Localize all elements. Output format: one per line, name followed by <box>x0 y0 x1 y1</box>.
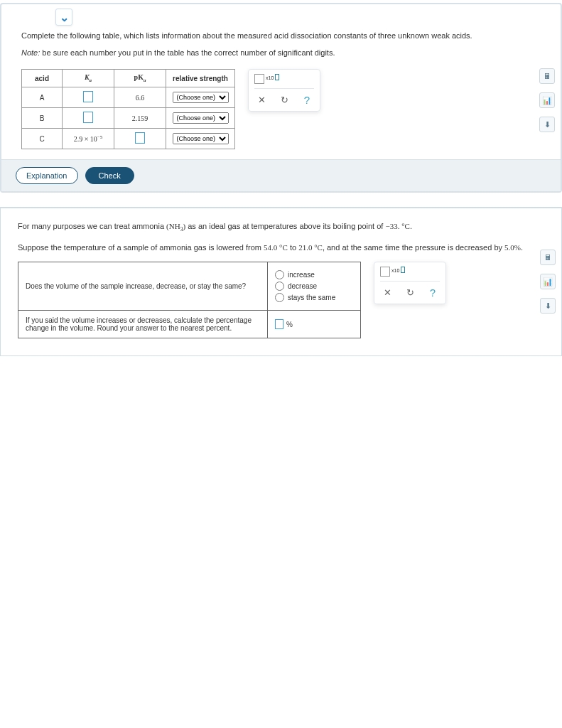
explanation-button[interactable]: Explanation <box>16 167 78 184</box>
radio-decrease[interactable]: decrease <box>275 282 353 291</box>
clear-button[interactable]: ✕ <box>380 285 394 299</box>
table-row: C 2.9 × 10−5 (Choose one) <box>22 129 235 149</box>
side-tool-column-2: 🖩 📊 ⬇ <box>540 250 556 314</box>
percent-label: % <box>286 321 293 328</box>
stats-icon[interactable]: 📊 <box>540 274 556 289</box>
th-ka: Ka <box>63 70 114 87</box>
problem2-line1: For many purposes we can treat ammonia (… <box>18 220 544 234</box>
clear-button[interactable]: ✕ <box>254 92 269 107</box>
th-pka: pKa <box>114 70 166 87</box>
problem2-line2: Suppose the temperature of a sample of a… <box>18 241 544 255</box>
relative-strength-select[interactable]: (Choose one) <box>173 92 229 103</box>
radio-increase[interactable]: increase <box>275 270 353 279</box>
input-toolbar: x10 ✕ ↻ ? <box>248 69 320 112</box>
q2-question1: Does the volume of the sample increase, … <box>18 262 268 311</box>
input-box[interactable] <box>83 91 93 102</box>
problem1-panel: ⌄ Complete the following table, which li… <box>0 3 562 193</box>
radio-same[interactable]: stays the same <box>275 293 353 302</box>
side-tool-column: 🖩 📊 ⬇ <box>539 68 555 132</box>
cell-pka: 2.159 <box>114 108 166 129</box>
download-icon[interactable]: ⬇ <box>540 298 556 314</box>
input-toolbar-2: x10 ✕ ↻ ? <box>374 262 446 304</box>
acid-table: acid Ka pKa relative strength A 6.6 ( <box>21 69 235 149</box>
calculator-icon[interactable]: 🖩 <box>540 250 556 265</box>
cell-ka: 2.9 × 10−5 <box>63 129 114 149</box>
undo-button[interactable]: ↻ <box>277 92 291 107</box>
th-acid: acid <box>22 70 63 87</box>
percent-input[interactable] <box>275 319 283 329</box>
table-row: A 6.6 (Choose one) <box>22 87 235 108</box>
cell-acid: A <box>22 87 63 108</box>
input-box[interactable] <box>83 112 93 123</box>
sci-notation-button[interactable]: x10 <box>380 267 405 277</box>
cell-ka-input[interactable] <box>63 87 114 108</box>
download-icon[interactable]: ⬇ <box>539 117 555 132</box>
cell-acid: B <box>22 108 63 129</box>
problem1-footer: Explanation Check <box>1 159 561 191</box>
table-row: B 2.159 (Choose one) <box>22 108 235 129</box>
cell-acid: C <box>22 129 63 149</box>
q2-question2: If you said the volume increases or decr… <box>18 311 268 338</box>
stats-icon[interactable]: 📊 <box>539 92 555 108</box>
cell-pka: 6.6 <box>114 87 166 108</box>
cell-pka-input[interactable] <box>114 129 166 149</box>
problem1-note: Note: be sure each number you put in the… <box>21 47 544 60</box>
th-rel: relative strength <box>166 70 235 87</box>
help-button[interactable]: ? <box>426 285 440 299</box>
problem1-prompt: Complete the following table, which list… <box>21 30 544 43</box>
undo-button[interactable]: ↻ <box>403 285 417 299</box>
check-button[interactable]: Check <box>85 167 134 184</box>
problem2-table: Does the volume of the sample increase, … <box>18 262 361 338</box>
calculator-icon[interactable]: 🖩 <box>539 68 555 84</box>
relative-strength-select[interactable]: (Choose one) <box>173 112 229 124</box>
sci-notation-button[interactable]: x10 <box>254 74 279 84</box>
input-box[interactable] <box>135 132 145 144</box>
problem2-panel: For many purposes we can treat ammonia (… <box>0 207 562 356</box>
cell-ka-input[interactable] <box>63 108 114 129</box>
relative-strength-select[interactable]: (Choose one) <box>173 133 229 144</box>
help-button[interactable]: ? <box>300 92 314 107</box>
